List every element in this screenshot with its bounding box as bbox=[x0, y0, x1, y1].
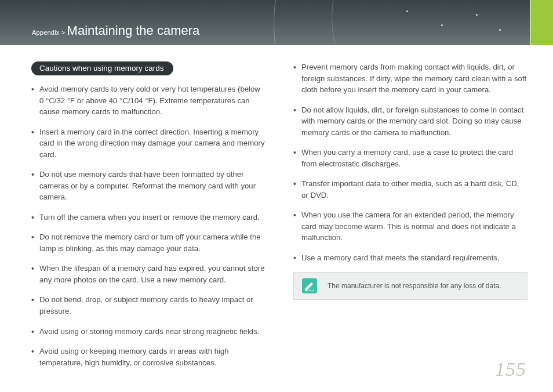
list-item: Avoid memory cards to very cold or very … bbox=[31, 84, 265, 118]
list-item: Prevent memory cards from making contact… bbox=[293, 61, 527, 96]
list-item: When you carry a memory card, use a case… bbox=[293, 147, 527, 169]
caution-list-left: Avoid memory cards to very cold or very … bbox=[31, 84, 265, 368]
list-item: Insert a memory card in the correct dire… bbox=[31, 126, 265, 161]
list-item: Do not allow liquids, dirt, or foreign s… bbox=[293, 104, 527, 139]
left-column: Cautions when using memory cards Avoid m… bbox=[31, 61, 265, 377]
page-header: Appendix > Maintaining the camera bbox=[0, 0, 553, 45]
note-pen-icon bbox=[302, 278, 317, 293]
page-title: Maintaining the camera bbox=[67, 23, 200, 38]
right-column: Prevent memory cards from making contact… bbox=[293, 61, 527, 377]
page-number: 155 bbox=[495, 358, 526, 380]
breadcrumb: Appendix > bbox=[32, 29, 67, 36]
note-text: The manufacturer is not responsible for … bbox=[328, 282, 501, 290]
list-item: When you use the camera for an extended … bbox=[293, 209, 527, 244]
list-item: Do not remove the memory card or turn of… bbox=[31, 231, 265, 254]
list-item: Avoid using or keeping memory cards in a… bbox=[31, 346, 265, 368]
section-heading-pill: Cautions when using memory cards bbox=[31, 61, 173, 75]
note-box: The manufacturer is not responsible for … bbox=[293, 272, 527, 300]
content-area: Cautions when using memory cards Avoid m… bbox=[0, 45, 553, 377]
list-item: Transfer important data to other media, … bbox=[293, 178, 527, 201]
section-tab bbox=[530, 0, 553, 45]
caution-list-right: Prevent memory cards from making contact… bbox=[293, 61, 527, 263]
list-item: Avoid using or storing memory cards near… bbox=[31, 326, 265, 337]
list-item: When the lifespan of a memory card has e… bbox=[31, 263, 265, 285]
list-item: Do not use memory cards that have been f… bbox=[31, 169, 265, 203]
list-item: Use a memory card that meets the standar… bbox=[293, 252, 527, 264]
list-item: Do not bend, drop, or subject memory car… bbox=[31, 294, 265, 317]
list-item: Turn off the camera when you insert or r… bbox=[31, 212, 265, 223]
